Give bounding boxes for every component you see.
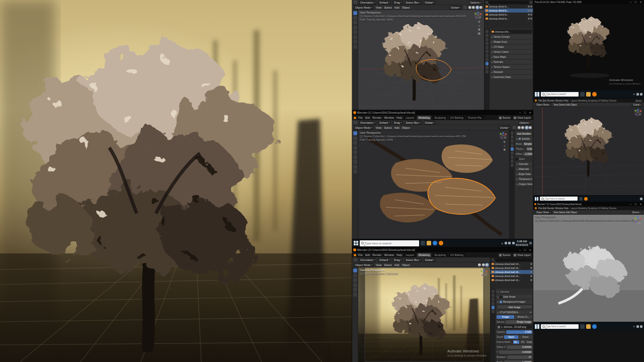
network-icon[interactable] — [640, 198, 642, 200]
image-toggle[interactable]: Image — [497, 315, 514, 319]
tool-transform-icon[interactable] — [353, 155, 357, 159]
tool-rotate-icon[interactable] — [353, 146, 357, 150]
zoom-icon[interactable]: ⊕ — [478, 21, 480, 24]
material-shading-icon[interactable] — [525, 126, 528, 129]
close-button[interactable]: × — [638, 0, 643, 4]
taskbar-search[interactable] — [360, 240, 419, 246]
object-properties-icon[interactable] — [492, 302, 495, 305]
header-menus[interactable]: View Select Add Object — [553, 104, 578, 106]
section-normals[interactable]: Normals — [516, 162, 532, 166]
section-normals[interactable]: Normals — [491, 60, 532, 64]
select-menu[interactable]: Select — [384, 6, 392, 9]
shading-mode-toggle[interactable] — [478, 263, 489, 266]
safe-areas-checkbox[interactable] — [500, 296, 502, 298]
pan-icon[interactable]: + — [478, 25, 480, 28]
battery-icon[interactable] — [512, 242, 515, 244]
frame-fit-toggle[interactable]: Fit — [520, 340, 526, 344]
material-properties-icon[interactable] — [486, 66, 489, 69]
options-dropdown[interactable]: Options — [630, 211, 642, 214]
eye-icon[interactable] — [530, 263, 532, 265]
pan-icon[interactable]: + — [503, 145, 506, 148]
workspace-tabs[interactable]: Layout Modeling Sculpting UV Editing Tex… — [570, 100, 617, 102]
remove-image-icon[interactable]: × — [530, 311, 531, 314]
tool-properties-icon[interactable] — [486, 30, 489, 33]
network-icon[interactable] — [636, 325, 639, 328]
title-bar[interactable]: Blender [C:\Users\SNC\Desktop\leaf.blend… — [352, 110, 533, 115]
object-mode-dropdown[interactable]: Object Mode — [354, 6, 374, 10]
camera-toggle-icon[interactable] — [530, 14, 532, 16]
file-menu[interactable]: File — [358, 253, 363, 256]
outliner-row[interactable]: closeup-dried-le... — [485, 13, 533, 17]
even-checkbox[interactable] — [516, 158, 518, 160]
eye-icon[interactable] — [528, 18, 530, 20]
render-menu[interactable]: Render — [372, 253, 382, 256]
maximize-button[interactable]: □ — [633, 0, 638, 4]
section-geometry-data[interactable]: Geometry Data — [491, 75, 532, 79]
close-button[interactable]: × — [528, 111, 532, 115]
help-menu[interactable]: Help — [396, 116, 403, 119]
search-input[interactable] — [365, 242, 418, 245]
network-icon[interactable] — [636, 93, 639, 96]
rotation-field[interactable]: 0° — [507, 355, 532, 359]
viewport-c[interactable]: Camera Perspective (1) Scene Collection … — [358, 267, 490, 362]
navigation-gizmo[interactable] — [480, 269, 488, 277]
scene-selector[interactable]: Scene — [498, 116, 511, 120]
section-vertex-groups[interactable]: Vertex Groups — [491, 35, 532, 39]
wireframe-shading-icon[interactable] — [478, 263, 481, 266]
thickness-value[interactable]: 0.01 m — [526, 147, 532, 151]
active-tool-icon[interactable] — [354, 1, 357, 4]
drag-dropdown[interactable]: Drag — [392, 1, 403, 5]
outliner-row[interactable]: closeup-dried-leaf-sh... — [491, 266, 533, 270]
section-materials[interactable]: Materials — [516, 167, 532, 171]
add-menu[interactable]: Add — [394, 263, 400, 266]
navigation-gizmo[interactable] — [474, 12, 482, 20]
task-view-button[interactable] — [579, 197, 583, 201]
tool-annotate-icon[interactable] — [353, 160, 357, 164]
physics-properties-icon[interactable] — [511, 155, 514, 159]
view-menu[interactable]: View — [375, 263, 382, 266]
tool-select-box-icon[interactable] — [353, 131, 357, 135]
blender-logo-icon[interactable] — [535, 207, 537, 209]
physics-properties-icon[interactable] — [486, 70, 489, 73]
tab-uv-editing[interactable]: UV Editing — [449, 253, 465, 257]
select-box-dropdown[interactable]: Select Box — [405, 121, 422, 125]
blender-logo-icon[interactable] — [535, 100, 537, 102]
minimize-button[interactable]: – — [628, 202, 633, 206]
taskbar-search[interactable] — [541, 92, 579, 97]
camera-data-properties-icon[interactable] — [492, 306, 495, 309]
object-data-properties-icon[interactable] — [511, 159, 514, 163]
particles-properties-icon[interactable] — [511, 151, 514, 155]
section-face-maps[interactable]: Face Maps — [491, 55, 532, 59]
object-menu[interactable]: Object — [401, 6, 411, 9]
minimize-button[interactable]: – — [518, 111, 522, 115]
drag-dropdown[interactable]: Drag — [392, 258, 403, 262]
tool-move-icon[interactable] — [353, 21, 357, 25]
tool-properties-icon[interactable] — [492, 290, 495, 293]
modifier-header[interactable]: Solidify — [516, 137, 532, 141]
view-menu[interactable]: View — [375, 6, 382, 9]
viewport-f[interactable]: User Perspective (1) Scene Collection | … — [533, 215, 644, 322]
outliner-row[interactable]: closeup-dried-leaf-sh... — [491, 262, 533, 266]
start-button[interactable] — [535, 197, 538, 201]
tool-rotate-icon[interactable] — [353, 283, 357, 287]
maximize-button[interactable]: □ — [523, 111, 527, 115]
tool-cursor-icon[interactable] — [353, 16, 357, 20]
transform-orientation-dropdown[interactable]: Global — [449, 6, 461, 10]
global-dropdown[interactable]: Global — [424, 258, 436, 262]
tool-annotate-icon[interactable] — [353, 40, 357, 44]
eye-icon[interactable] — [530, 279, 532, 281]
object-data-properties-icon[interactable] — [486, 62, 489, 65]
outliner-row[interactable]: closeup-dried-le... — [485, 17, 533, 21]
navigation-gizmo[interactable] — [499, 132, 507, 140]
object-properties-icon[interactable] — [486, 54, 489, 57]
volume-icon[interactable] — [640, 325, 642, 328]
options-dropdown[interactable]: Options — [469, 1, 482, 5]
preset-default-dropdown[interactable]: Default — [378, 121, 391, 125]
tab-texture-paint[interactable]: Texture Pa... — [466, 116, 485, 120]
camera-toggle-icon[interactable] — [530, 6, 532, 8]
modifier-properties-icon[interactable] — [511, 147, 514, 151]
viewport-b[interactable]: User Perspective (1) Scene Collection | … — [358, 130, 509, 239]
orientation-dropdown[interactable]: Orientation — [359, 121, 376, 125]
depth-back-toggle[interactable]: Back — [504, 335, 518, 339]
close-button[interactable]: × — [638, 202, 643, 206]
